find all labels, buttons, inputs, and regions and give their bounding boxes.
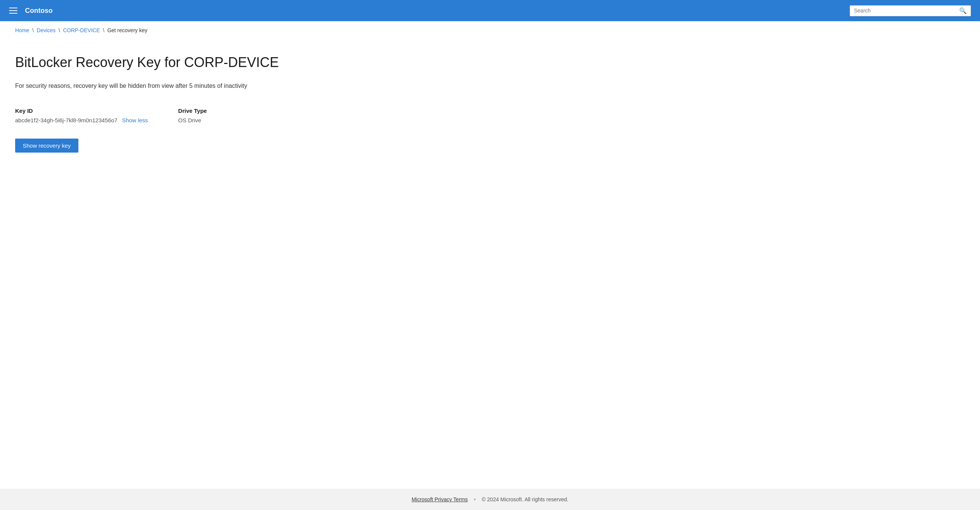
main-content: BitLocker Recovery Key for CORP-DEVICE F… [0, 40, 980, 489]
show-less-link[interactable]: Show less [122, 117, 148, 124]
key-id-value: abcde1f2-34gh-5i6j-7kl8-9m0n123456o7 Sho… [15, 117, 148, 124]
breadcrumb-separator-3: \ [103, 27, 105, 33]
info-grid: Key ID abcde1f2-34gh-5i6j-7kl8-9m0n12345… [15, 108, 965, 124]
key-id-text: abcde1f2-34gh-5i6j-7kl8-9m0n123456o7 [15, 117, 118, 124]
search-input[interactable] [854, 8, 959, 14]
breadcrumb-device[interactable]: CORP-DEVICE [63, 27, 100, 33]
breadcrumb-current: Get recovery key [107, 27, 147, 33]
hamburger-menu[interactable] [9, 8, 18, 14]
page-title: BitLocker Recovery Key for CORP-DEVICE [15, 54, 965, 70]
privacy-link[interactable]: Microsoft Privacy Terms [412, 496, 468, 502]
breadcrumb-separator-2: \ [59, 27, 60, 33]
header: Contoso 🔍 [0, 0, 980, 21]
search-container: 🔍 [850, 5, 971, 16]
breadcrumb-devices[interactable]: Devices [37, 27, 56, 33]
breadcrumb-separator-1: \ [32, 27, 34, 33]
footer-separator: • [474, 496, 476, 502]
search-icon[interactable]: 🔍 [959, 7, 967, 14]
drive-type-text: OS Drive [178, 117, 202, 124]
drive-type-label: Drive Type [178, 108, 207, 114]
show-recovery-key-button[interactable]: Show recovery key [15, 138, 78, 153]
copyright-text: © 2024 Microsoft. All rights reserved. [482, 496, 568, 502]
drive-type-value: OS Drive [178, 117, 207, 124]
key-id-section: Key ID abcde1f2-34gh-5i6j-7kl8-9m0n12345… [15, 108, 148, 124]
security-notice: For security reasons, recovery key will … [15, 83, 965, 89]
app-title: Contoso [25, 7, 850, 15]
footer: Microsoft Privacy Terms • © 2024 Microso… [0, 489, 980, 510]
drive-type-section: Drive Type OS Drive [178, 108, 207, 124]
breadcrumb: Home \ Devices \ CORP-DEVICE \ Get recov… [0, 21, 980, 40]
breadcrumb-home[interactable]: Home [15, 27, 29, 33]
key-id-label: Key ID [15, 108, 148, 114]
